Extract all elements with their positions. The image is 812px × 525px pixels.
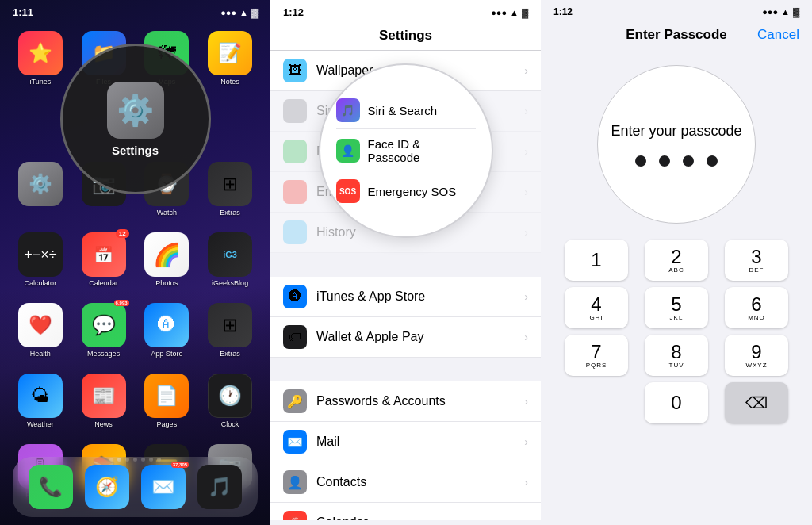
itunes-label: iTunes xyxy=(30,78,52,86)
key-7-letters: PQRS xyxy=(586,362,607,369)
key-0[interactable]: 0 xyxy=(645,382,708,423)
app-photos[interactable]: 🌈 Photos xyxy=(140,232,195,287)
key-delete-icon: ⌫ xyxy=(745,395,768,411)
appstore-label: App Store xyxy=(151,350,182,358)
photos-icon: 🌈 xyxy=(144,232,189,277)
keypad-row-1: 1 2 ABC 3 DEF xyxy=(565,240,788,281)
app-itunes[interactable]: ⭐ iTunes xyxy=(13,31,68,86)
calendar-label: Calendar xyxy=(89,279,118,287)
itunes-row-text: iTunes & App Store xyxy=(316,289,524,304)
itunes-icon: ⭐ xyxy=(18,31,63,75)
key-empty xyxy=(565,382,628,423)
circle-faceid-row[interactable]: 👤 Face ID & Passcode xyxy=(336,131,476,171)
app-grid-row3: +−×÷ Calculator 📅 12 Calendar 🌈 Photos i… xyxy=(0,226,270,293)
key-5-number: 5 xyxy=(671,295,681,314)
passcode-header: Enter Passcode Cancel xyxy=(541,21,812,49)
passcode-cancel-button[interactable]: Cancel xyxy=(757,27,799,43)
pages-label: Pages xyxy=(157,420,178,428)
passwords-row-text: Passwords & Accounts xyxy=(316,394,524,408)
circle-siri-row[interactable]: 🎵 Siri & Search xyxy=(336,92,476,129)
wifi-icon: ▲ xyxy=(239,8,248,17)
key-7[interactable]: 7 PQRS xyxy=(565,335,628,376)
key-8[interactable]: 8 TUV xyxy=(645,335,708,376)
settings-row-wallet[interactable]: 🏷 Wallet & Apple Pay › xyxy=(270,317,541,358)
app-appstore[interactable]: 🅐 App Store xyxy=(140,303,195,358)
faceid-circle-icon: 👤 xyxy=(336,139,360,163)
settings-battery-icon: ▓ xyxy=(522,8,528,17)
settings-wifi-icon: ▲ xyxy=(510,8,519,17)
key-delete[interactable]: ⌫ xyxy=(725,382,788,423)
app-calculator[interactable]: +−×÷ Calculator xyxy=(13,232,68,287)
app-news[interactable]: 📰 News xyxy=(76,374,132,428)
settings-row-calendar[interactable]: 📅 Calendar › xyxy=(270,503,541,520)
app-weather[interactable]: 🌤 Weather xyxy=(13,374,68,428)
extras2-label: Extras xyxy=(220,350,240,358)
settings-row-contacts[interactable]: 👤 Contacts › xyxy=(270,462,541,503)
passwords-chevron: › xyxy=(524,395,528,408)
passcode-title: Enter Passcode xyxy=(626,27,727,43)
app-igeeks[interactable]: iG3 iGeeksBlog xyxy=(202,232,258,287)
key-9-number: 9 xyxy=(751,343,761,362)
app-clock[interactable]: 🕐 Clock xyxy=(202,374,258,428)
home-screen: ⚙️ Settings 1:11 ●●● ▲ ▓ ⭐ iTunes 📁 File… xyxy=(0,0,270,525)
passcode-dot-1 xyxy=(635,155,646,167)
app-messages[interactable]: 💬 6,993 Messages xyxy=(76,303,132,358)
weather-label: Weather xyxy=(27,420,54,428)
passcode-status-icons: ●●● ▲ ▓ xyxy=(762,7,799,17)
app-calendar[interactable]: 📅 12 Calendar xyxy=(76,232,132,287)
key-2-letters: ABC xyxy=(668,266,684,274)
passcode-battery-icon: ▓ xyxy=(793,7,799,17)
settings-header: Settings xyxy=(270,21,541,51)
passcode-dot-3 xyxy=(683,155,694,167)
safari-icon: 🧭 xyxy=(85,465,129,509)
key-5[interactable]: 5 JKL xyxy=(645,287,708,328)
notes-icon: 📝 xyxy=(208,31,252,75)
history-row-icon-hidden xyxy=(283,220,307,244)
dock-phone[interactable]: 📞 xyxy=(29,465,73,509)
calendar-icon: 📅 12 xyxy=(82,232,126,277)
messages-badge: 6,993 xyxy=(114,300,129,306)
keypad-row-2: 4 GHI 5 JKL 6 MNO xyxy=(565,287,788,328)
app-extras-1[interactable]: ⊞ Extras xyxy=(202,162,258,217)
siri-chevron-hidden: › xyxy=(524,105,528,117)
key-6[interactable]: 6 MNO xyxy=(725,287,788,328)
app-pages[interactable]: 📄 Pages xyxy=(140,374,195,428)
settings-gap-1 xyxy=(270,253,541,277)
passcode-prompt: Enter your passcode xyxy=(611,123,741,140)
messages-icon: 💬 6,993 xyxy=(82,303,126,347)
igeeks-icon: iG3 xyxy=(208,232,252,277)
app-grid-row5: 🌤 Weather 📰 News 📄 Pages 🕐 Clock xyxy=(0,367,270,435)
watch-label: Watch xyxy=(157,209,177,217)
contacts-chevron: › xyxy=(524,476,528,489)
dock-mail[interactable]: ✉️ 37,305 xyxy=(141,465,186,509)
calendar-row-text: Calendar xyxy=(316,515,524,520)
dock-music[interactable]: 🎵 xyxy=(197,465,242,509)
passwords-row-icon: 🔑 xyxy=(283,389,307,413)
app-health[interactable]: ❤️ Health xyxy=(13,303,68,358)
siri-circle-icon: 🎵 xyxy=(336,98,360,122)
app-extras-2[interactable]: ⊞ Extras xyxy=(202,303,258,358)
notes-label: Notes xyxy=(220,78,239,86)
key-4[interactable]: 4 GHI xyxy=(565,287,628,328)
key-3[interactable]: 3 DEF xyxy=(725,240,788,281)
faceid-circle-text: Face ID & Passcode xyxy=(368,137,476,164)
app-notes[interactable]: 📝 Notes xyxy=(202,31,258,86)
dock-safari[interactable]: 🧭 xyxy=(85,465,129,509)
settings-row-mail[interactable]: ✉️ Mail › xyxy=(270,422,541,462)
news-label: News xyxy=(94,420,113,428)
settings-title: Settings xyxy=(379,28,432,43)
faceid-row-icon-hidden xyxy=(283,140,307,163)
settings-signal-icon: ●●● xyxy=(491,8,507,17)
app-settings-home[interactable]: ⚙️ xyxy=(13,162,68,217)
wallpaper-chevron: › xyxy=(524,64,528,77)
settings-row-passwords[interactable]: 🔑 Passwords & Accounts › xyxy=(270,381,541,422)
settings-row-itunes[interactable]: 🅐 iTunes & App Store › xyxy=(270,277,541,317)
settings-zoom-circle: 🎵 Siri & Search 👤 Face ID & Passcode SOS… xyxy=(319,63,493,238)
key-2[interactable]: 2 ABC xyxy=(645,240,708,281)
key-9[interactable]: 9 WXYZ xyxy=(725,335,788,376)
settings-status-bar: 1:12 ●●● ▲ ▓ xyxy=(270,0,541,21)
itunes-chevron: › xyxy=(524,290,528,303)
circle-sos-row[interactable]: SOS Emergency SOS xyxy=(336,173,476,209)
settings-icon: ⚙️ xyxy=(107,82,164,139)
key-1[interactable]: 1 xyxy=(565,240,628,281)
